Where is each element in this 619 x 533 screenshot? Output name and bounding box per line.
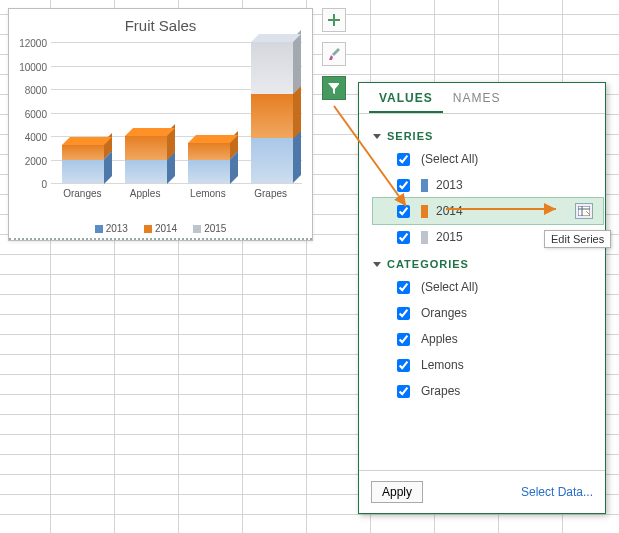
y-tick-label: 8000 xyxy=(25,85,47,96)
item-label: Apples xyxy=(421,332,458,346)
x-tick-label: Oranges xyxy=(51,188,114,206)
series-color-swatch xyxy=(421,205,428,218)
checkbox[interactable] xyxy=(397,281,410,294)
plus-icon xyxy=(328,14,340,26)
legend-item[interactable]: 2014 xyxy=(144,223,177,234)
checkbox[interactable] xyxy=(397,179,410,192)
filter-tree: SERIES (Select All)201320142015 CATEGORI… xyxy=(359,114,605,470)
filter-tabs: VALUES NAMES xyxy=(359,83,605,114)
x-axis-labels: OrangesApplesLemonsGrapes xyxy=(51,188,302,206)
chart-tool-buttons xyxy=(322,8,346,110)
brush-icon xyxy=(327,47,341,61)
checkbox[interactable] xyxy=(397,231,410,244)
category-item-oranges[interactable]: Oranges xyxy=(373,300,603,326)
table-icon xyxy=(578,206,590,216)
x-tick-label: Lemons xyxy=(177,188,240,206)
series-group-header[interactable]: SERIES xyxy=(373,130,603,142)
y-tick-label: 2000 xyxy=(25,155,47,166)
checkbox[interactable] xyxy=(397,333,410,346)
checkbox[interactable] xyxy=(397,153,410,166)
item-label: Lemons xyxy=(421,358,464,372)
edit-series-tooltip: Edit Series xyxy=(544,230,611,248)
edit-series-button[interactable] xyxy=(575,203,593,219)
checkbox[interactable] xyxy=(397,359,410,372)
filter-footer: Apply Select Data... xyxy=(359,470,605,513)
tab-values[interactable]: VALUES xyxy=(369,83,443,113)
x-tick-label: Apples xyxy=(114,188,177,206)
chart-filters-panel: VALUES NAMES SERIES (Select All)20132014… xyxy=(358,82,606,514)
legend-item[interactable]: 2015 xyxy=(193,223,226,234)
chart-styles-button[interactable] xyxy=(322,42,346,66)
y-tick-label: 10000 xyxy=(19,61,47,72)
apply-button[interactable]: Apply xyxy=(371,481,423,503)
select-data-link[interactable]: Select Data... xyxy=(521,485,593,499)
y-tick-label: 6000 xyxy=(25,108,47,119)
y-tick-label: 4000 xyxy=(25,132,47,143)
series-item-2013[interactable]: 2013 xyxy=(373,172,603,198)
series-color-swatch xyxy=(421,179,428,192)
chart-container[interactable]: Fruit Sales 020004000600080001000012000 … xyxy=(8,8,313,241)
legend-item[interactable]: 2013 xyxy=(95,223,128,234)
item-label: 2013 xyxy=(436,178,463,192)
svg-rect-0 xyxy=(578,206,590,216)
category-item-lemons[interactable]: Lemons xyxy=(373,352,603,378)
categories-group-header[interactable]: CATEGORIES xyxy=(373,258,603,270)
item-label: 2014 xyxy=(436,204,463,218)
checkbox[interactable] xyxy=(397,205,410,218)
categories-select-all[interactable]: (Select All) xyxy=(373,274,603,300)
funnel-icon xyxy=(327,81,341,95)
chart-title: Fruit Sales xyxy=(9,17,312,34)
chart-filters-button[interactable] xyxy=(322,76,346,100)
caret-down-icon xyxy=(373,134,381,139)
checkbox[interactable] xyxy=(397,307,410,320)
item-label: 2015 xyxy=(436,230,463,244)
item-label: Grapes xyxy=(421,384,460,398)
item-label: (Select All) xyxy=(421,280,478,294)
legend: 201320142015 xyxy=(9,223,312,234)
x-tick-label: Grapes xyxy=(239,188,302,206)
plot-area xyxy=(51,45,302,184)
series-group-label: SERIES xyxy=(387,130,433,142)
tab-names[interactable]: NAMES xyxy=(443,83,511,113)
category-item-apples[interactable]: Apples xyxy=(373,326,603,352)
y-tick-label: 12000 xyxy=(19,38,47,49)
y-axis: 020004000600080001000012000 xyxy=(11,45,51,184)
caret-down-icon xyxy=(373,262,381,267)
series-item-2014[interactable]: 2014 xyxy=(373,198,603,224)
categories-group-label: CATEGORIES xyxy=(387,258,469,270)
item-label: (Select All) xyxy=(421,152,478,166)
category-item-grapes[interactable]: Grapes xyxy=(373,378,603,404)
y-tick-label: 0 xyxy=(41,179,47,190)
series-color-swatch xyxy=(421,231,428,244)
chart-elements-button[interactable] xyxy=(322,8,346,32)
checkbox[interactable] xyxy=(397,385,410,398)
item-label: Oranges xyxy=(421,306,467,320)
series-select-all[interactable]: (Select All) xyxy=(373,146,603,172)
